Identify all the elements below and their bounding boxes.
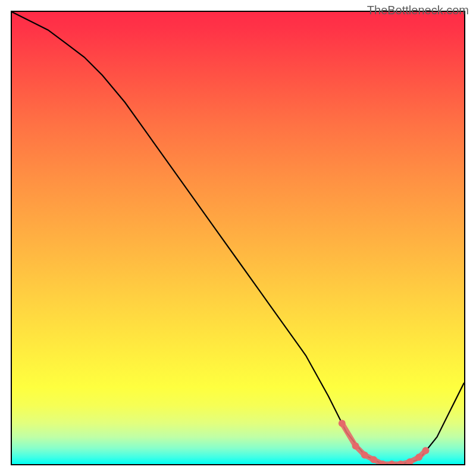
svg-point-0 bbox=[339, 420, 346, 427]
chart-container: TheBottleneck.com bbox=[0, 0, 476, 476]
svg-point-9 bbox=[422, 447, 429, 454]
plot-area bbox=[11, 11, 465, 465]
svg-point-5 bbox=[388, 461, 395, 464]
bottleneck-curve bbox=[12, 12, 464, 464]
svg-point-3 bbox=[370, 456, 377, 463]
highlight-points bbox=[339, 420, 430, 464]
svg-point-8 bbox=[415, 454, 422, 461]
svg-point-2 bbox=[361, 452, 368, 459]
watermark-text: TheBottleneck.com bbox=[367, 4, 469, 17]
svg-point-1 bbox=[352, 443, 359, 450]
curve-overlay bbox=[12, 12, 464, 464]
